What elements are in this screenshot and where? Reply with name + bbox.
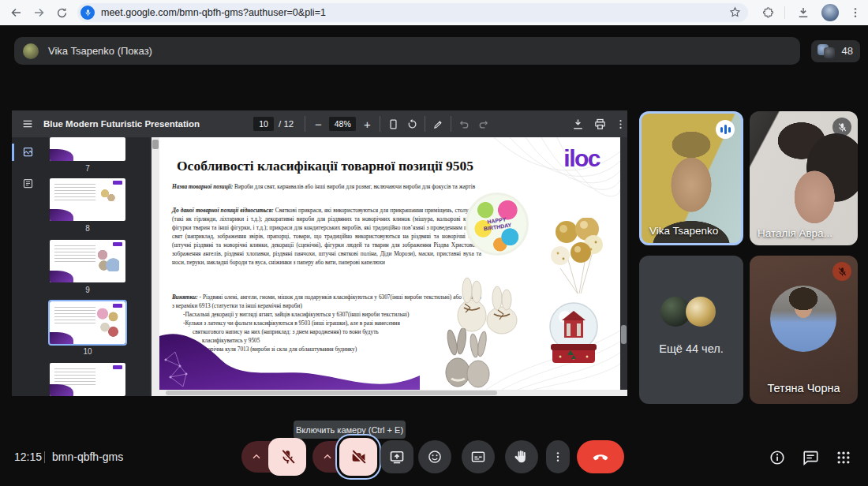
forward-icon[interactable] — [30, 3, 49, 22]
thumbnail-page-10-selected[interactable] — [50, 301, 125, 344]
thumbnail-label: 8 — [50, 224, 125, 233]
pdf-menu-icon[interactable] — [18, 114, 37, 133]
page-number-input[interactable]: 10 — [253, 117, 274, 131]
video-tile-natalia[interactable]: Наталія Авра... — [750, 111, 858, 245]
video-tile-vika[interactable]: Vika Tsapenko — [639, 111, 743, 245]
thumbnail-label: 10 — [50, 347, 125, 356]
more-participants-label: Ещё 44 чел. — [639, 342, 743, 355]
participant-avatar — [824, 47, 835, 58]
reactions-button[interactable] — [418, 440, 451, 473]
participant-name: Vika Tsapenko — [649, 225, 718, 237]
gold-balloons-image — [549, 218, 606, 297]
slide-paragraph-2: До даної товарної позиції відноситься: С… — [172, 207, 481, 267]
thumbnail-textlines — [54, 245, 95, 263]
thumbnail-label: 9 — [50, 286, 125, 294]
camera-options-chevron[interactable] — [312, 441, 342, 473]
meeting-details-icon[interactable] — [767, 447, 788, 468]
thumbnail-image — [95, 248, 119, 271]
browser-menu-icon[interactable] — [846, 3, 865, 22]
video-tile-tetiana[interactable]: Тетяна Чорна — [750, 256, 858, 404]
participant-avatar — [686, 297, 716, 327]
mic-off-indicator — [832, 262, 851, 281]
downloads-icon[interactable] — [794, 3, 813, 22]
purple-wave-decoration — [159, 325, 420, 390]
apps-grid-icon[interactable] — [833, 447, 854, 468]
pdf-viewer: Blue Modern Futuristic Presentation 10 /… — [12, 110, 627, 396]
meeting-code: bmn-qbfh-gms — [52, 450, 123, 463]
participant-avatar — [770, 286, 836, 352]
thumbnail-image — [100, 188, 116, 202]
thumbnail-decoration — [50, 209, 73, 221]
mic-in-use-icon[interactable] — [80, 6, 95, 20]
present-button[interactable] — [380, 440, 413, 473]
thumbnail-page-11[interactable] — [50, 363, 125, 396]
fit-page-icon[interactable] — [383, 114, 402, 133]
toolbar-divider — [305, 116, 305, 132]
toolbar-divider — [380, 116, 380, 132]
zoom-out-button[interactable]: − — [309, 114, 327, 133]
mic-off-button[interactable] — [268, 438, 306, 476]
participant-count: 48 — [842, 45, 853, 57]
download-icon[interactable] — [568, 114, 587, 133]
chat-icon[interactable] — [800, 447, 821, 468]
rotate-icon[interactable] — [402, 114, 421, 133]
thumbnail-image — [95, 308, 119, 338]
thumbnail-decoration — [50, 271, 73, 282]
zoom-level[interactable]: 48% — [329, 117, 356, 131]
toolbar-divider — [451, 116, 451, 132]
scrollbar-thumb[interactable] — [621, 325, 627, 344]
thumbnail-page-7[interactable] — [50, 137, 125, 161]
back-icon[interactable] — [6, 3, 25, 22]
print-icon[interactable] — [590, 114, 609, 133]
mic-off-indicator — [832, 118, 851, 136]
extensions-icon[interactable] — [758, 3, 777, 22]
browser-toolbar: meet.google.com/bmn-qbfh-gms?authuser=0&… — [0, 0, 868, 26]
captions-button[interactable] — [462, 440, 495, 473]
page-total: / 12 — [279, 119, 294, 129]
scrollbar-thumb[interactable] — [166, 391, 497, 395]
presenter-avatar — [23, 43, 39, 59]
scrollbar-thumb[interactable] — [152, 140, 159, 149]
bar-divider — [44, 451, 45, 463]
video-tile-more-participants[interactable]: Ещё 44 чел. — [639, 256, 743, 404]
thumbnail-logo — [113, 365, 122, 369]
balloon-text: HAPPY BIRTHDAY — [479, 215, 515, 232]
toolbar-divider — [784, 6, 785, 19]
clock: 12:15 — [14, 450, 42, 463]
camera-off-button[interactable] — [339, 438, 377, 476]
thumbnails-view-icon[interactable] — [20, 144, 36, 159]
bookmark-icon[interactable] — [728, 6, 742, 19]
participants-chip[interactable]: 48 — [811, 40, 860, 62]
participant-name: Тетяна Чорна — [750, 382, 858, 394]
thumbnail-logo — [113, 181, 122, 185]
profile-avatar[interactable] — [821, 4, 839, 21]
thumbnail-page-9[interactable] — [50, 240, 125, 282]
vertical-scrollbar[interactable] — [152, 137, 159, 390]
pdf-sidebar: 7 8 9 — [12, 137, 150, 396]
toolbar-divider — [425, 116, 425, 132]
thumbnail-textlines — [54, 184, 95, 201]
snow-globe-image — [543, 300, 604, 369]
pdf-more-icon[interactable] — [611, 114, 627, 133]
paragraph-lead: Назва товарної позиції: — [172, 183, 233, 190]
mic-options-chevron[interactable] — [241, 441, 271, 473]
raise-hand-button[interactable] — [505, 440, 538, 473]
meet-stage: Vika Tsapenko (Показ) 48 Blue Modern Fut… — [0, 25, 868, 486]
paragraph-lead: Винятки: — [172, 293, 198, 301]
thumbnail-page-8[interactable] — [50, 178, 125, 221]
url-text: meet.google.com/bmn-qbfh-gms?authuser=0&… — [101, 7, 326, 18]
presenter-banner: Vika Tsapenko (Показ) — [14, 37, 800, 65]
zoom-in-button[interactable]: + — [357, 114, 376, 133]
thumbnail-decoration — [50, 332, 73, 344]
url-bar[interactable]: meet.google.com/bmn-qbfh-gms?authuser=0&… — [77, 3, 748, 22]
participant-name: Наталія Авра... — [758, 227, 832, 239]
reload-icon[interactable] — [52, 3, 71, 22]
more-options-button[interactable] — [546, 440, 570, 473]
undo-icon — [455, 114, 473, 133]
redo-icon — [473, 114, 492, 133]
speaking-indicator — [716, 120, 735, 139]
annotate-icon[interactable] — [428, 114, 447, 133]
grey-bunnies-image — [440, 328, 492, 390]
leave-call-button[interactable] — [577, 440, 624, 473]
outline-view-icon[interactable] — [20, 175, 36, 191]
